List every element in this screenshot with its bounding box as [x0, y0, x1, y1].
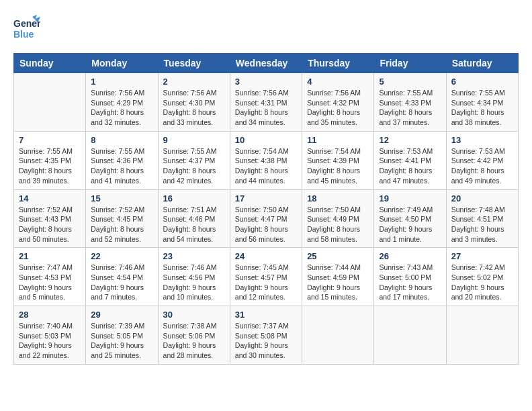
week-row-2: 7Sunrise: 7:55 AMSunset: 4:35 PMDaylight… [14, 131, 519, 189]
day-number: 19 [379, 193, 441, 203]
calendar-cell: 27Sunrise: 7:42 AMSunset: 5:02 PMDayligh… [446, 248, 518, 306]
day-info: Sunrise: 7:54 AMSunset: 4:38 PMDaylight:… [235, 146, 297, 186]
week-row-4: 21Sunrise: 7:47 AMSunset: 4:53 PMDayligh… [14, 248, 519, 306]
calendar-cell: 23Sunrise: 7:46 AMSunset: 4:56 PMDayligh… [158, 248, 230, 306]
calendar-cell: 21Sunrise: 7:47 AMSunset: 4:53 PMDayligh… [14, 248, 86, 306]
day-number: 9 [163, 135, 225, 145]
day-number: 2 [163, 77, 225, 87]
day-number: 17 [235, 193, 297, 203]
day-number: 5 [379, 77, 441, 87]
calendar-cell: 8Sunrise: 7:55 AMSunset: 4:36 PMDaylight… [86, 131, 158, 189]
day-info: Sunrise: 7:52 AMSunset: 4:43 PMDaylight:… [19, 205, 81, 244]
day-number: 23 [163, 251, 225, 261]
calendar-cell: 14Sunrise: 7:52 AMSunset: 4:43 PMDayligh… [14, 189, 86, 248]
day-number: 10 [235, 135, 297, 145]
day-number: 4 [307, 77, 369, 87]
calendar-cell: 25Sunrise: 7:44 AMSunset: 4:59 PMDayligh… [302, 248, 374, 306]
week-row-5: 28Sunrise: 7:40 AMSunset: 5:03 PMDayligh… [14, 306, 519, 365]
page-header: General Blue [13, 13, 519, 46]
day-info: Sunrise: 7:50 AMSunset: 4:47 PMDaylight:… [235, 205, 297, 244]
weekday-header-row: SundayMondayTuesdayWednesdayThursdayFrid… [14, 54, 519, 73]
weekday-header-monday: Monday [86, 54, 158, 73]
day-number: 24 [235, 251, 297, 261]
day-info: Sunrise: 7:49 AMSunset: 4:50 PMDaylight:… [379, 205, 441, 244]
day-number: 30 [163, 310, 225, 320]
calendar-table: SundayMondayTuesdayWednesdayThursdayFrid… [13, 53, 519, 365]
day-info: Sunrise: 7:56 AMSunset: 4:32 PMDaylight:… [307, 88, 369, 128]
calendar-cell: 4Sunrise: 7:56 AMSunset: 4:32 PMDaylight… [302, 73, 374, 132]
calendar-cell: 1Sunrise: 7:56 AMSunset: 4:29 PMDaylight… [86, 73, 158, 132]
calendar-cell: 22Sunrise: 7:46 AMSunset: 4:54 PMDayligh… [86, 248, 158, 306]
day-info: Sunrise: 7:55 AMSunset: 4:33 PMDaylight:… [379, 88, 441, 128]
calendar-cell: 16Sunrise: 7:51 AMSunset: 4:46 PMDayligh… [158, 189, 230, 248]
svg-text:Blue: Blue [13, 29, 34, 40]
day-number: 16 [163, 193, 225, 203]
calendar-cell: 19Sunrise: 7:49 AMSunset: 4:50 PMDayligh… [374, 189, 446, 248]
calendar-cell: 26Sunrise: 7:43 AMSunset: 5:00 PMDayligh… [374, 248, 446, 306]
day-info: Sunrise: 7:56 AMSunset: 4:31 PMDaylight:… [235, 88, 297, 128]
day-info: Sunrise: 7:42 AMSunset: 5:02 PMDaylight:… [451, 263, 513, 302]
calendar-cell: 30Sunrise: 7:38 AMSunset: 5:06 PMDayligh… [158, 306, 230, 365]
calendar-cell [302, 306, 374, 365]
calendar-cell: 9Sunrise: 7:55 AMSunset: 4:37 PMDaylight… [158, 131, 230, 189]
day-info: Sunrise: 7:46 AMSunset: 4:56 PMDaylight:… [163, 263, 225, 302]
calendar-cell: 28Sunrise: 7:40 AMSunset: 5:03 PMDayligh… [14, 306, 86, 365]
weekday-header-wednesday: Wednesday [230, 54, 302, 73]
day-number: 1 [91, 77, 152, 87]
day-number: 20 [451, 193, 513, 203]
day-info: Sunrise: 7:39 AMSunset: 5:05 PMDaylight:… [91, 321, 152, 361]
day-info: Sunrise: 7:55 AMSunset: 4:37 PMDaylight:… [163, 146, 225, 186]
weekday-header-friday: Friday [374, 54, 446, 73]
calendar-cell: 12Sunrise: 7:53 AMSunset: 4:41 PMDayligh… [374, 131, 446, 189]
calendar-cell: 29Sunrise: 7:39 AMSunset: 5:05 PMDayligh… [86, 306, 158, 365]
day-number: 21 [19, 251, 81, 261]
day-info: Sunrise: 7:50 AMSunset: 4:49 PMDaylight:… [307, 205, 369, 244]
day-info: Sunrise: 7:47 AMSunset: 4:53 PMDaylight:… [19, 263, 81, 302]
day-info: Sunrise: 7:51 AMSunset: 4:46 PMDaylight:… [163, 205, 225, 244]
weekday-header-thursday: Thursday [302, 54, 374, 73]
day-number: 7 [19, 135, 81, 145]
day-number: 13 [451, 135, 513, 145]
week-row-3: 14Sunrise: 7:52 AMSunset: 4:43 PMDayligh… [14, 189, 519, 248]
day-number: 6 [451, 77, 513, 87]
day-info: Sunrise: 7:54 AMSunset: 4:39 PMDaylight:… [307, 146, 369, 186]
calendar-cell: 6Sunrise: 7:55 AMSunset: 4:34 PMDaylight… [446, 73, 518, 132]
day-number: 8 [91, 135, 152, 145]
day-info: Sunrise: 7:53 AMSunset: 4:42 PMDaylight:… [451, 146, 513, 186]
calendar-cell: 5Sunrise: 7:55 AMSunset: 4:33 PMDaylight… [374, 73, 446, 132]
logo: General Blue [13, 13, 43, 46]
day-number: 15 [91, 193, 152, 203]
day-info: Sunrise: 7:45 AMSunset: 4:57 PMDaylight:… [235, 263, 297, 302]
day-number: 3 [235, 77, 297, 87]
day-number: 28 [19, 310, 81, 320]
weekday-header-saturday: Saturday [446, 54, 518, 73]
day-info: Sunrise: 7:53 AMSunset: 4:41 PMDaylight:… [379, 146, 441, 186]
weekday-header-sunday: Sunday [14, 54, 86, 73]
calendar-cell: 11Sunrise: 7:54 AMSunset: 4:39 PMDayligh… [302, 131, 374, 189]
day-info: Sunrise: 7:40 AMSunset: 5:03 PMDaylight:… [19, 321, 81, 361]
day-info: Sunrise: 7:55 AMSunset: 4:35 PMDaylight:… [19, 146, 81, 186]
day-info: Sunrise: 7:46 AMSunset: 4:54 PMDaylight:… [91, 263, 152, 302]
day-number: 11 [307, 135, 369, 145]
calendar-cell: 2Sunrise: 7:56 AMSunset: 4:30 PMDaylight… [158, 73, 230, 132]
calendar-cell: 7Sunrise: 7:55 AMSunset: 4:35 PMDaylight… [14, 131, 86, 189]
day-number: 27 [451, 251, 513, 261]
calendar-cell: 10Sunrise: 7:54 AMSunset: 4:38 PMDayligh… [230, 131, 302, 189]
logo-icon: General Blue [13, 13, 40, 46]
calendar-cell: 15Sunrise: 7:52 AMSunset: 4:45 PMDayligh… [86, 189, 158, 248]
day-info: Sunrise: 7:56 AMSunset: 4:30 PMDaylight:… [163, 88, 225, 128]
day-info: Sunrise: 7:37 AMSunset: 5:08 PMDaylight:… [235, 321, 297, 361]
day-number: 31 [235, 310, 297, 320]
day-number: 25 [307, 251, 369, 261]
day-info: Sunrise: 7:43 AMSunset: 5:00 PMDaylight:… [379, 263, 441, 302]
calendar-cell [446, 306, 518, 365]
day-number: 26 [379, 251, 441, 261]
day-number: 18 [307, 193, 369, 203]
day-number: 14 [19, 193, 81, 203]
day-info: Sunrise: 7:44 AMSunset: 4:59 PMDaylight:… [307, 263, 369, 302]
day-number: 12 [379, 135, 441, 145]
day-info: Sunrise: 7:55 AMSunset: 4:36 PMDaylight:… [91, 146, 152, 186]
day-info: Sunrise: 7:56 AMSunset: 4:29 PMDaylight:… [91, 88, 152, 128]
day-info: Sunrise: 7:55 AMSunset: 4:34 PMDaylight:… [451, 88, 513, 128]
calendar-cell: 3Sunrise: 7:56 AMSunset: 4:31 PMDaylight… [230, 73, 302, 132]
